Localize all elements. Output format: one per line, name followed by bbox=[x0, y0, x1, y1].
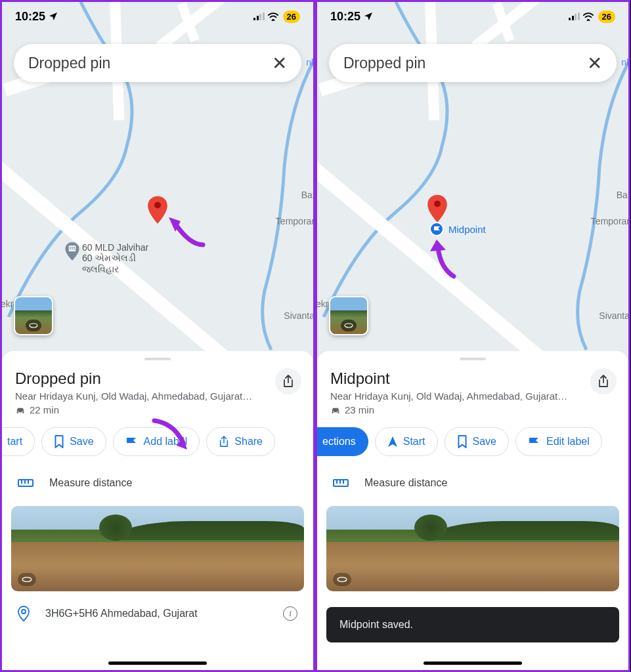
share-up-icon bbox=[598, 375, 609, 388]
360-icon bbox=[333, 573, 351, 586]
streetview-thumbnail[interactable] bbox=[14, 296, 53, 335]
pin-outline-icon bbox=[18, 606, 30, 621]
streetview-thumbnail[interactable] bbox=[329, 296, 368, 335]
pluscode-row[interactable]: 3H6G+5H6 Ahmedabad, Gujarat i bbox=[2, 591, 313, 628]
map-label: Bal bbox=[301, 190, 313, 200]
share-action-button[interactable] bbox=[275, 368, 301, 394]
search-text: Dropped pin bbox=[343, 54, 587, 72]
pluscode-text: 3H6G+5H6 Ahmedabad, Gujarat bbox=[45, 608, 198, 620]
poi-sub: 60 એમએલડી bbox=[82, 253, 148, 264]
svg-rect-4 bbox=[70, 249, 71, 250]
info-icon[interactable]: i bbox=[283, 606, 297, 621]
svg-rect-1 bbox=[70, 247, 71, 248]
map-label: Temporar bbox=[591, 216, 628, 226]
eta-text: 23 min bbox=[345, 404, 374, 415]
car-icon bbox=[15, 406, 26, 415]
eta-row: 23 min bbox=[330, 404, 615, 415]
measure-distance-button[interactable]: Measure distance bbox=[317, 468, 628, 498]
map-label: nk bbox=[306, 57, 313, 68]
battery-indicator: 26 bbox=[283, 10, 300, 23]
map-label: Bal bbox=[617, 190, 628, 200]
360-icon bbox=[18, 573, 36, 586]
map-label: Sivanta bbox=[599, 310, 628, 321]
phone-right: nk Bal Temporar Sivanta ekr Midpoint bbox=[315, 0, 630, 672]
home-indicator[interactable] bbox=[108, 662, 207, 665]
clear-search-button[interactable]: ✕ bbox=[272, 52, 287, 74]
cell-signal-icon bbox=[569, 12, 580, 20]
measure-label: Measure distance bbox=[364, 477, 447, 489]
sheet-grabber[interactable] bbox=[144, 358, 171, 360]
location-arrow-icon bbox=[363, 11, 374, 22]
svg-point-10 bbox=[22, 411, 23, 412]
360-icon bbox=[341, 320, 357, 331]
labeled-place-icon[interactable] bbox=[429, 221, 445, 237]
bottom-sheet[interactable]: Dropped pin Near Hridaya Kunj, Old Wadaj… bbox=[2, 351, 313, 670]
place-title: Midpoint bbox=[330, 369, 615, 388]
map-label: Sivanta bbox=[284, 310, 313, 321]
flag-icon bbox=[528, 436, 541, 448]
place-address: Near Hridaya Kunj, Old Wadaj, Ahmedabad,… bbox=[330, 390, 615, 402]
poi-sub: જલવિહાર bbox=[82, 264, 148, 275]
map-label: nk bbox=[621, 57, 628, 68]
toast-text: Midpoint saved. bbox=[339, 619, 413, 630]
search-text: Dropped pin bbox=[28, 54, 272, 72]
poi-name: 60 MLD Jalvihar bbox=[82, 242, 148, 253]
ruler-icon bbox=[333, 477, 349, 489]
map-label: Temporar bbox=[276, 216, 313, 226]
share-button[interactable]: Share bbox=[206, 427, 275, 456]
dropped-pin-icon[interactable] bbox=[148, 196, 167, 224]
add-label-button[interactable]: Add label bbox=[113, 427, 200, 456]
save-button[interactable]: Save bbox=[41, 427, 106, 456]
place-title: Dropped pin bbox=[15, 369, 300, 388]
measure-label: Measure distance bbox=[49, 477, 132, 489]
share-up-icon bbox=[282, 375, 294, 388]
battery-indicator: 26 bbox=[598, 10, 615, 23]
car-icon bbox=[330, 406, 341, 415]
streetview-strip[interactable] bbox=[11, 506, 304, 591]
share-up-icon bbox=[219, 435, 229, 448]
action-chip-row: tart Save Add label Share bbox=[0, 415, 313, 468]
clock: 10:25 bbox=[15, 10, 45, 24]
svg-rect-5 bbox=[72, 249, 73, 250]
ruler-icon bbox=[18, 477, 33, 489]
search-bar[interactable]: Dropped pin ✕ bbox=[14, 44, 301, 82]
dropped-pin-icon[interactable] bbox=[427, 195, 447, 222]
search-bar[interactable]: Dropped pin ✕ bbox=[329, 44, 617, 82]
status-bar: 10:25 26 bbox=[2, 2, 313, 31]
bookmark-icon bbox=[457, 435, 468, 448]
wifi-icon bbox=[267, 12, 279, 21]
directions-button[interactable]: ections bbox=[317, 427, 368, 456]
svg-point-22 bbox=[337, 411, 338, 412]
place-address: Near Hridaya Kunj, Old Wadaj, Ahmedabad,… bbox=[15, 390, 300, 402]
svg-rect-6 bbox=[74, 249, 75, 250]
cell-signal-icon bbox=[253, 12, 265, 20]
map-label: ekr bbox=[2, 299, 13, 309]
home-indicator[interactable] bbox=[424, 662, 522, 665]
share-action-button[interactable] bbox=[590, 368, 617, 394]
map-label: ekr bbox=[317, 299, 328, 309]
location-arrow-icon bbox=[48, 11, 58, 22]
measure-distance-button[interactable]: Measure distance bbox=[2, 468, 313, 498]
streetview-strip[interactable] bbox=[326, 506, 619, 591]
start-button[interactable]: tart bbox=[2, 427, 35, 456]
360-icon bbox=[26, 320, 41, 331]
eta-text: 22 min bbox=[30, 404, 59, 415]
svg-point-16 bbox=[22, 610, 26, 614]
bookmark-icon bbox=[54, 435, 64, 448]
svg-point-17 bbox=[434, 201, 441, 207]
map-poi[interactable]: 60 MLD Jalvihar 60 એમએલડી જલવિહાર bbox=[65, 242, 148, 275]
svg-rect-2 bbox=[72, 247, 73, 248]
clear-search-button[interactable]: ✕ bbox=[587, 52, 602, 74]
phone-left: nk Bal Temporar Sivanta ekr 60 MLD Jalvi… bbox=[0, 0, 315, 672]
flag-icon bbox=[125, 436, 139, 448]
pin-label-text: Midpoint bbox=[448, 224, 486, 235]
edit-label-button[interactable]: Edit label bbox=[515, 427, 602, 456]
eta-row: 22 min bbox=[15, 404, 300, 415]
save-button[interactable]: Save bbox=[445, 427, 509, 456]
start-button[interactable]: Start bbox=[375, 427, 438, 456]
poi-pin-icon bbox=[65, 242, 79, 261]
action-chip-row: ections Start Save Edit label bbox=[315, 415, 628, 468]
clock: 10:25 bbox=[330, 10, 360, 24]
status-bar: 10:25 26 bbox=[317, 2, 628, 31]
sheet-grabber[interactable] bbox=[460, 358, 486, 360]
